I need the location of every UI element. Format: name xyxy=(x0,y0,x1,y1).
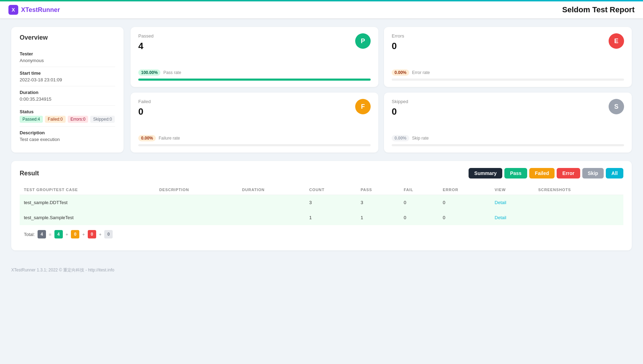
tester-label: Tester xyxy=(20,51,115,56)
stat-rate-row-passed: 100.00% Pass rate xyxy=(138,69,371,76)
stat-info-failed: Failed 0 xyxy=(138,99,151,117)
cell-pass-2: 1 xyxy=(356,210,399,225)
stat-label-skipped: Skipped xyxy=(392,99,408,104)
badge-skipped: Skipped:0 xyxy=(90,116,114,123)
cell-view-1[interactable]: Detail xyxy=(490,195,534,210)
stat-label-failed: Failed xyxy=(138,99,151,104)
cell-screenshots-1 xyxy=(534,195,623,210)
stat-card-failed: Failed 0 F 0.00% Failure rate xyxy=(131,93,378,153)
stat-header-failed: Failed 0 F xyxy=(138,99,371,117)
cell-error-2: 0 xyxy=(439,210,491,225)
filter-pass-button[interactable]: Pass xyxy=(504,168,527,178)
stat-count-skipped: 0 xyxy=(392,106,408,117)
table-body: test_sample.DDTTest 3 3 0 0 Detail test_… xyxy=(20,195,623,225)
logo-icon: X xyxy=(8,5,18,15)
total-fail-badge: 0 xyxy=(71,230,79,238)
cell-group-2: test_sample.SampleTest xyxy=(20,210,155,225)
stat-rate-row-failed: 0.00% Failure rate xyxy=(138,135,371,141)
rate-label-errors: Error rate xyxy=(412,70,430,75)
filter-error-button[interactable]: Error xyxy=(557,168,580,178)
progress-passed xyxy=(138,79,371,81)
stat-count-failed: 0 xyxy=(138,106,151,117)
stat-icon-errors: E xyxy=(609,33,624,49)
footer-text: XTestRunner 1.3.1; 2022 © 重定向科技 - http:/… xyxy=(11,268,114,272)
detail-link-1[interactable]: Detail xyxy=(495,200,506,205)
starttime-label: Start time xyxy=(20,70,115,76)
rate-badge-errors: 0.00% xyxy=(392,69,409,76)
badge-errors: Errors:0 xyxy=(68,116,88,123)
status-badges: Passed:4 Failed:0 Errors:0 Skipped:0 xyxy=(20,116,115,123)
filter-summary-button[interactable]: Summary xyxy=(469,168,502,178)
cell-desc-1 xyxy=(155,195,238,210)
footer: XTestRunner 1.3.1; 2022 © 重定向科技 - http:/… xyxy=(0,259,643,282)
col-header-screenshots: SCREENSHOTS xyxy=(534,185,623,195)
description-value: Test case execution xyxy=(20,137,115,142)
stat-rate-failed: 0.00% Failure rate xyxy=(138,132,371,146)
total-count-badge: 4 xyxy=(38,230,46,238)
stat-count-errors: 0 xyxy=(392,41,404,52)
result-title: Result xyxy=(20,170,39,177)
overview-status-row: Status Passed:4 Failed:0 Errors:0 Skippe… xyxy=(20,106,115,127)
description-label: Description xyxy=(20,130,115,135)
filter-failed-button[interactable]: Failed xyxy=(529,168,555,178)
duration-label: Duration xyxy=(20,90,115,95)
detail-link-2[interactable]: Detail xyxy=(495,215,506,220)
filter-skip-button[interactable]: Skip xyxy=(582,168,604,178)
stat-count-passed: 4 xyxy=(138,41,153,52)
stat-icon-failed: F xyxy=(355,99,371,114)
cell-desc-2 xyxy=(155,210,238,225)
total-row: Total: 4 = 4 + 0 + 0 + 0 xyxy=(20,225,623,243)
filter-all-button[interactable]: All xyxy=(606,168,623,178)
report-title: Seldom Test Report xyxy=(562,5,635,14)
stat-rate-row-errors: 0.00% Error rate xyxy=(392,69,624,76)
overview-description-row: Description Test case execution xyxy=(20,127,115,146)
col-header-count: COUNT xyxy=(305,185,356,195)
stat-icon-passed: P xyxy=(355,33,371,49)
total-pass-badge: 4 xyxy=(54,230,63,238)
col-header-group: TEST GROUP/TEST CASE xyxy=(20,185,155,195)
rate-label-skipped: Skip rate xyxy=(412,136,429,141)
total-error-badge: 0 xyxy=(88,230,96,238)
result-table: TEST GROUP/TEST CASE DESCRIPTION DURATIO… xyxy=(20,185,623,225)
cell-error-1: 0 xyxy=(439,195,491,210)
col-header-view: VIEW xyxy=(490,185,534,195)
result-section: Result Summary Pass Failed Error Skip Al… xyxy=(11,161,632,250)
stat-rate-skipped: 0.00% Skip rate xyxy=(392,132,624,146)
cell-view-2[interactable]: Detail xyxy=(490,210,534,225)
cell-count-2: 1 xyxy=(305,210,356,225)
stats-grid: Passed 4 P 100.00% Pass rate xyxy=(131,27,632,153)
overview-card: Overview Tester Anonymous Start time 202… xyxy=(11,27,124,153)
col-header-duration: DURATION xyxy=(238,185,305,195)
cell-screenshots-2 xyxy=(534,210,623,225)
stat-info-passed: Passed 4 xyxy=(138,33,153,52)
progress-failed xyxy=(138,144,371,146)
overview-starttime-row: Start time 2022-03-18 23:01:09 xyxy=(20,67,115,86)
starttime-value: 2022-03-18 23:01:09 xyxy=(20,77,115,82)
stat-card-errors: Errors 0 E 0.00% Error rate xyxy=(384,27,632,87)
progress-skipped xyxy=(392,144,624,146)
stat-header-skipped: Skipped 0 S xyxy=(392,99,624,117)
stat-info-errors: Errors 0 xyxy=(392,33,404,52)
stat-rate-row-skipped: 0.00% Skip rate xyxy=(392,135,624,141)
stat-icon-skipped: S xyxy=(609,99,624,114)
progress-errors xyxy=(392,79,624,81)
filter-buttons: Summary Pass Failed Error Skip All xyxy=(469,168,623,178)
app-name: XTestRunner xyxy=(21,6,60,14)
col-header-pass: PASS xyxy=(356,185,399,195)
col-header-fail: FAIL xyxy=(399,185,438,195)
stat-card-skipped: Skipped 0 S 0.00% Skip rate xyxy=(384,93,632,153)
cell-group-1: test_sample.DDTTest xyxy=(20,195,155,210)
rate-badge-passed: 100.00% xyxy=(138,69,160,76)
stat-card-passed: Passed 4 P 100.00% Pass rate xyxy=(131,27,378,87)
cell-fail-1: 0 xyxy=(399,195,438,210)
rate-badge-skipped: 0.00% xyxy=(392,135,409,141)
overview-tester-row: Tester Anonymous xyxy=(20,48,115,67)
overview-duration-row: Duration 0:00:35.234915 xyxy=(20,86,115,106)
stat-rate-errors: 0.00% Error rate xyxy=(392,67,624,81)
stat-header-passed: Passed 4 P xyxy=(138,33,371,52)
cell-duration-1 xyxy=(238,195,305,210)
duration-value: 0:00:35.234915 xyxy=(20,96,115,102)
cell-fail-2: 0 xyxy=(399,210,438,225)
total-label: Total: xyxy=(24,232,35,237)
col-header-error: ERROR xyxy=(439,185,491,195)
